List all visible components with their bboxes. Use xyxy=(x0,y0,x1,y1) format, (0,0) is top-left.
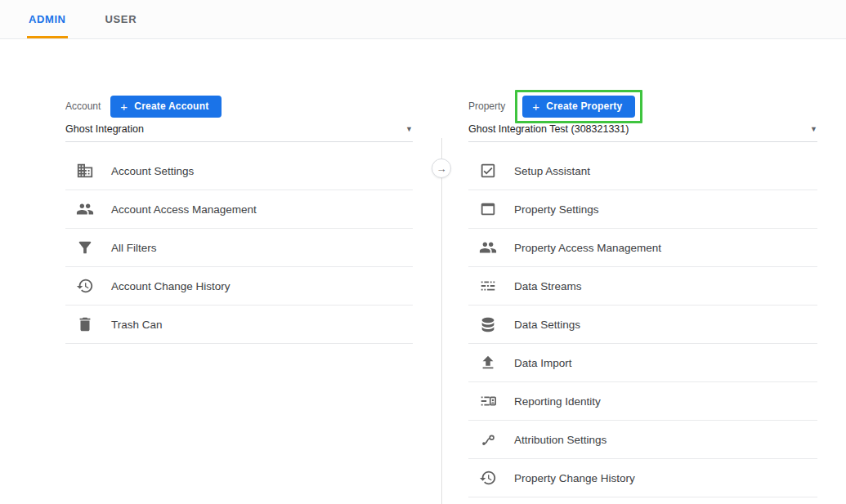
property-label: Property xyxy=(468,100,505,112)
menu-item-account-change-history[interactable]: Account Change History xyxy=(65,267,413,306)
attribution-icon xyxy=(478,430,498,449)
menu-item-label: Reporting Identity xyxy=(514,395,601,408)
plus-icon: + xyxy=(120,100,128,113)
menu-item-label: Account Change History xyxy=(111,280,231,292)
menu-item-label: Property Access Management xyxy=(514,242,661,254)
menu-item-property-settings[interactable]: Property Settings xyxy=(468,190,817,229)
create-property-highlight: + Create Property xyxy=(515,90,642,123)
menu-item-label: Property Change History xyxy=(514,472,635,484)
menu-item-reporting-identity[interactable]: Reporting Identity xyxy=(468,382,817,421)
menu-item-all-filters[interactable]: All Filters xyxy=(65,229,413,267)
account-header: Account + Create Account xyxy=(65,89,413,123)
create-property-button[interactable]: + Create Property xyxy=(522,96,635,118)
account-label: Account xyxy=(65,100,101,112)
trash-icon xyxy=(75,314,95,334)
web-asset-icon xyxy=(478,199,498,219)
business-icon xyxy=(75,161,95,181)
property-selector[interactable]: Ghost Integration Test (308321331) ▼ xyxy=(468,123,817,142)
menu-item-account-settings[interactable]: Account Settings xyxy=(65,152,413,190)
menu-item-trash-can[interactable]: Trash Can xyxy=(65,306,413,344)
tab-user[interactable]: USER xyxy=(105,0,137,38)
admin-panel: Account + Create Account Ghost Integrati… xyxy=(0,40,846,504)
people-icon xyxy=(478,238,498,257)
menu-item-property-change-history[interactable]: Property Change History xyxy=(468,459,817,497)
property-menu: Setup AssistantProperty SettingsProperty… xyxy=(468,152,817,504)
admin-user-tabbar: ADMIN USER xyxy=(0,0,846,39)
arrow-right-icon: → xyxy=(436,163,447,174)
account-selector[interactable]: Ghost Integration ▼ xyxy=(65,123,413,142)
property-column: Property + Create Property Ghost Integra… xyxy=(468,89,817,504)
account-selector-value: Ghost Integration xyxy=(65,123,144,135)
menu-item-label: Property Settings xyxy=(514,203,599,216)
setup-check-icon xyxy=(478,161,498,181)
property-header: Property + Create Property xyxy=(468,89,817,123)
history-icon xyxy=(75,276,95,296)
menu-item-attribution-settings[interactable]: Attribution Settings xyxy=(468,421,817,459)
dropdown-arrow-icon: ▼ xyxy=(405,125,413,133)
data-streams-icon xyxy=(478,276,498,296)
collapse-column-button[interactable]: → xyxy=(432,158,451,178)
menu-item-data-settings[interactable]: Data Settings xyxy=(468,306,817,344)
menu-item-label: Data Import xyxy=(514,357,572,369)
reporting-identity-icon xyxy=(478,391,498,411)
create-account-label: Create Account xyxy=(134,100,208,112)
menu-item-setup-assistant[interactable]: Setup Assistant xyxy=(468,152,817,190)
column-divider: → xyxy=(441,138,442,504)
menu-item-label: Data Streams xyxy=(514,280,582,292)
account-column: Account + Create Account Ghost Integrati… xyxy=(65,89,413,344)
create-account-button[interactable]: + Create Account xyxy=(110,96,222,118)
account-menu: Account SettingsAccount Access Managemen… xyxy=(65,152,413,344)
upload-icon xyxy=(478,353,498,372)
menu-item-data-import[interactable]: Data Import xyxy=(468,344,817,382)
menu-item-label: Attribution Settings xyxy=(514,434,607,446)
create-property-label: Create Property xyxy=(546,100,622,112)
filter-icon xyxy=(75,238,95,257)
menu-item-account-access-management[interactable]: Account Access Management xyxy=(65,190,413,229)
tab-admin[interactable]: ADMIN xyxy=(29,0,66,38)
menu-item-data-deletion-requests[interactable]: DdData Deletion Requests xyxy=(468,497,817,504)
history-icon xyxy=(478,468,498,488)
property-selector-value: Ghost Integration Test (308321331) xyxy=(468,123,629,135)
people-icon xyxy=(75,199,95,219)
menu-item-label: All Filters xyxy=(111,242,157,254)
plus-icon: + xyxy=(532,100,539,113)
menu-item-label: Account Access Management xyxy=(111,203,257,216)
menu-item-data-streams[interactable]: Data Streams xyxy=(468,267,817,306)
menu-item-label: Account Settings xyxy=(111,165,194,177)
menu-item-label: Trash Can xyxy=(111,319,163,331)
database-icon xyxy=(478,314,498,334)
menu-item-property-access-management[interactable]: Property Access Management xyxy=(468,229,817,267)
dropdown-arrow-icon: ▼ xyxy=(810,125,817,133)
menu-item-label: Data Settings xyxy=(514,319,580,331)
menu-item-label: Setup Assistant xyxy=(514,165,590,177)
